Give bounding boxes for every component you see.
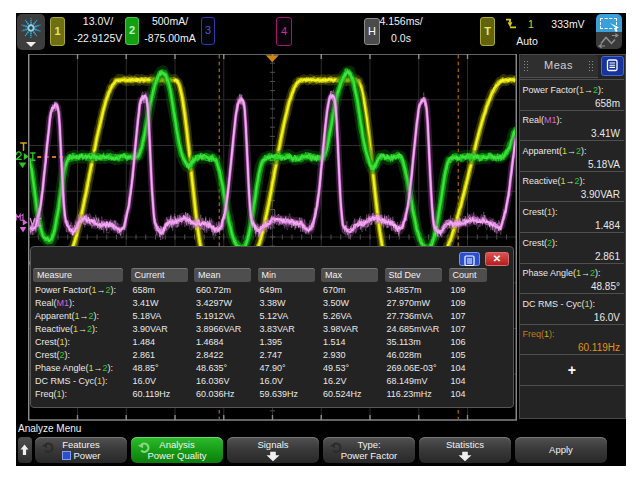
softkey-type[interactable]: Type:Power Factor <box>323 437 415 463</box>
softkey-apply[interactable]: Apply <box>515 437 607 463</box>
chevron-down-icon <box>26 42 36 47</box>
table-value: 16.036V <box>196 376 230 386</box>
table-value: 24.685mVAR <box>387 324 440 334</box>
table-value: 3.38W <box>260 298 286 308</box>
table-column-header[interactable]: Std Dev <box>385 268 442 282</box>
table-measure-label: Phase Angle(1→2): <box>35 363 113 373</box>
table-value: 2.861 <box>133 350 156 360</box>
table-measure-label: Real(M1): <box>35 298 75 308</box>
table-value: 2.8422 <box>196 350 224 360</box>
arrow-down-icon <box>454 451 476 462</box>
table-row[interactable]: Crest(2):2.8612.84222.7472.93046.028m105 <box>31 350 511 363</box>
table-value: 35.113m <box>387 337 421 347</box>
table-value: 59.639Hz <box>260 389 299 399</box>
table-row[interactable]: Real(M1):3.41W3.4297W3.38W3.50W27.970mW1… <box>31 298 511 311</box>
table-column-header[interactable]: Min <box>258 268 315 282</box>
acquisition-mode-button[interactable] <box>596 14 622 49</box>
table-value: 5.1912VA <box>196 311 235 321</box>
table-row[interactable]: Apparent(1→2):5.18VA5.1912VA5.12VA5.26VA… <box>31 311 511 324</box>
arrow-down-icon <box>262 451 284 462</box>
measurement-label: Phase Angle(1→2): <box>523 268 601 278</box>
table-row[interactable]: Reactive(1→2):3.90VAR3.8966VAR3.83VAR3.9… <box>31 324 511 337</box>
table-value: 47.90° <box>260 363 286 373</box>
table-value: 3.4857m <box>387 285 422 295</box>
table-column-header[interactable]: Current <box>131 268 188 282</box>
channel-3-badge[interactable]: 3 <box>201 17 215 45</box>
ch1-scale[interactable]: 13.0V/ <box>68 15 128 27</box>
table-measure-label: Apparent(1→2): <box>35 311 99 321</box>
ch1-offset: -22.9125V <box>68 32 128 44</box>
softkey-features[interactable]: FeaturesPower <box>35 437 127 463</box>
zoom-select-icon <box>596 14 622 32</box>
ch2-offset: -875.00mA <box>140 32 200 44</box>
softkey-signals[interactable]: Signals <box>227 437 319 463</box>
measurement-value: 5.18VA <box>588 159 620 170</box>
table-value: 670m <box>323 285 346 295</box>
table-column-header[interactable]: Count <box>449 268 487 282</box>
logo-menu-button[interactable] <box>17 14 45 50</box>
measurement-value: 1.484 <box>595 220 620 231</box>
table-value: 658m <box>133 285 156 295</box>
table-value: 1.395 <box>260 337 283 347</box>
close-button[interactable]: ✕ <box>485 252 509 266</box>
menu-back-button[interactable] <box>18 437 32 463</box>
trigger-falling-edge-icon <box>505 18 517 29</box>
panel-menu-button[interactable] <box>601 56 624 76</box>
table-menu-button[interactable] <box>459 252 480 266</box>
channel-2-badge[interactable]: 2 <box>125 17 139 45</box>
measurement-item[interactable]: Crest(1): 1.484 <box>520 201 625 233</box>
table-value: 106 <box>451 337 466 347</box>
table-value: 105 <box>451 350 466 360</box>
softkey-label: Statistics <box>419 440 511 450</box>
table-value: 3.4297W <box>196 298 232 308</box>
table-row[interactable]: Phase Angle(1→2):48.85°48.635°47.90°49.5… <box>31 363 511 376</box>
table-value: 27.736mVA <box>387 311 433 321</box>
agilent-starburst-icon <box>20 17 42 39</box>
ch2-scale[interactable]: 500mA/ <box>140 15 200 27</box>
table-value: 109 <box>451 298 466 308</box>
measurement-item[interactable]: Freq(1): 60.119Hz <box>520 324 625 356</box>
measurement-item[interactable]: Crest(2): 2.861 <box>520 232 625 264</box>
table-value: 1.4684 <box>196 337 224 347</box>
drag-grip-icon <box>589 61 593 71</box>
softkey-label: Apply <box>515 445 607 455</box>
table-value: 60.119Hz <box>133 389 171 399</box>
table-value: 3.50W <box>323 298 349 308</box>
softkey-analysis[interactable]: AnalysisPower Quality <box>131 437 223 463</box>
softkey-statistics[interactable]: Statistics <box>419 437 511 463</box>
table-value: 269.06E-03° <box>387 363 437 373</box>
measurement-item[interactable]: Apparent(1→2): 5.18VA <box>520 140 625 172</box>
table-row[interactable]: Freq(1):60.119Hz60.036Hz59.639Hz60.524Hz… <box>31 389 511 402</box>
measurement-item[interactable]: Reactive(1→2): 3.90VAR <box>520 171 625 203</box>
table-value: 1.514 <box>323 337 346 347</box>
table-value: 649m <box>260 285 283 295</box>
table-column-header[interactable]: Max <box>321 268 378 282</box>
measurement-label: Crest(1): <box>523 207 558 217</box>
table-value: 3.41W <box>133 298 159 308</box>
table-value: 104 <box>451 376 466 386</box>
trigger-badge[interactable]: T <box>480 17 495 46</box>
table-value: 48.635° <box>196 363 227 373</box>
measurement-value: 16.0V <box>594 312 620 323</box>
add-measurement-button[interactable]: + <box>520 354 625 386</box>
table-row[interactable]: Crest(1):1.4841.46841.3951.51435.113m106 <box>31 337 511 350</box>
table-value: 104 <box>451 363 466 373</box>
table-row[interactable]: DC RMS - Cyc(1):16.0V16.036V16.0V16.2V68… <box>31 376 511 389</box>
table-row[interactable]: Power Factor(1→2):658m660.72m649m670m3.4… <box>31 285 511 298</box>
measurement-item[interactable]: Power Factor(1→2): 658m <box>520 79 625 111</box>
softkey-label: Signals <box>227 440 319 450</box>
measurement-item[interactable]: Phase Angle(1→2): 48.85° <box>520 263 625 295</box>
channel-1-badge[interactable]: 1 <box>50 17 65 46</box>
measurements-panel-header[interactable]: Meas <box>520 55 598 78</box>
table-value: 116.23mHz <box>387 389 432 399</box>
measurement-item[interactable]: Real(M1): 3.41W <box>520 110 625 142</box>
channel-4-badge[interactable]: 4 <box>276 17 292 46</box>
table-column-header[interactable]: Mean <box>194 268 251 282</box>
table-value: 3.90VAR <box>133 324 168 334</box>
table-column-header[interactable]: Measure <box>33 268 123 282</box>
measurement-item[interactable]: DC RMS - Cyc(1): 16.0V <box>520 293 625 325</box>
cycle-icon <box>329 440 343 454</box>
measurement-label: DC RMS - Cyc(1): <box>523 299 596 309</box>
measurement-value: 3.90VAR <box>581 189 620 200</box>
table-measure-label: Reactive(1→2): <box>35 324 98 334</box>
